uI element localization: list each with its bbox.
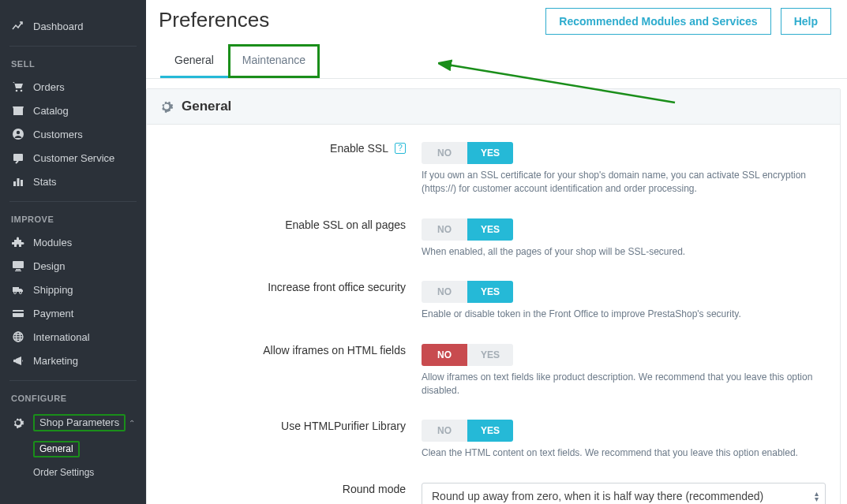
toggle-no[interactable]: NO	[422, 281, 467, 303]
sidebar-item-stats[interactable]: Stats	[0, 170, 146, 193]
tabs: General Maintenance	[146, 44, 847, 79]
svg-rect-16	[13, 312, 24, 313]
sidebar-item-customer-service[interactable]: Customer Service	[0, 146, 146, 170]
row-front-security: Increase front office security NO YES En…	[161, 281, 826, 321]
person-icon	[11, 127, 25, 141]
toggle-yes[interactable]: YES	[467, 420, 513, 442]
svg-rect-2	[13, 109, 23, 115]
svg-point-14	[20, 292, 22, 294]
toggle-no[interactable]: NO	[422, 218, 467, 241]
sidebar-item-customers[interactable]: Customers	[0, 122, 146, 146]
sidebar-item-label: Modules	[33, 237, 72, 248]
globe-icon	[11, 330, 25, 344]
toggle-no[interactable]: NO	[422, 420, 467, 442]
toggle-ssl-all[interactable]: NO YES	[422, 218, 513, 241]
sidebar-item-international[interactable]: International	[0, 325, 146, 349]
tab-maintenance[interactable]: Maintenance	[228, 44, 320, 78]
sidebar-section-sell: SELL	[0, 54, 146, 75]
chat-icon	[11, 151, 25, 165]
trend-icon	[11, 19, 25, 33]
megaphone-icon	[11, 353, 25, 368]
topbar: Preferences Recommended Modules and Serv…	[146, 0, 847, 35]
toggle-yes[interactable]: YES	[467, 218, 513, 241]
sidebar-section-configure: CONFIGURE	[0, 389, 146, 409]
field-label: Allow iframes on HTML fields	[161, 344, 422, 357]
sidebar-item-shop-parameters[interactable]: Shop Parameters ⌃	[0, 409, 146, 436]
svg-point-4	[17, 131, 20, 134]
svg-point-1	[21, 90, 23, 92]
panel-general: General Enable SSL? NO YES If you own an…	[146, 88, 841, 504]
puzzle-icon	[11, 235, 25, 249]
toggle-yes[interactable]: YES	[467, 142, 513, 164]
panel-title: General	[182, 99, 231, 114]
panel-body: Enable SSL? NO YES If you own an SSL cer…	[147, 125, 840, 504]
sidebar-item-orders[interactable]: Orders	[0, 75, 146, 99]
sidebar-item-dashboard[interactable]: Dashboard	[0, 14, 146, 38]
sidebar-item-label: Dashboard	[33, 21, 84, 32]
svg-point-13	[14, 292, 17, 294]
sidebar-item-label: Payment	[33, 308, 73, 319]
help-button[interactable]: Help	[781, 8, 831, 35]
sidebar-subitem-order-settings[interactable]: Order Settings	[27, 462, 146, 483]
sidebar-item-label: Catalog	[33, 105, 69, 117]
toggle-enable-ssl[interactable]: NO YES	[422, 142, 513, 164]
sidebar-item-shipping[interactable]: Shipping	[0, 278, 146, 301]
toggle-yes[interactable]: YES	[467, 281, 513, 303]
row-round-mode: Round mode Round up away from zero, when…	[161, 483, 826, 504]
svg-rect-15	[13, 310, 24, 317]
svg-rect-7	[17, 178, 20, 186]
sidebar-item-label: Customer Service	[33, 152, 114, 164]
tab-general[interactable]: General	[160, 44, 228, 78]
sidebar-item-label: Customers	[33, 129, 83, 140]
toggle-no[interactable]: NO	[422, 142, 467, 164]
sidebar-item-marketing[interactable]: Marketing	[0, 349, 146, 372]
sidebar-item-label: International	[33, 331, 90, 343]
sidebar-item-modules[interactable]: Modules	[0, 230, 146, 254]
sidebar-item-label: Orders	[33, 81, 65, 93]
divider	[9, 201, 137, 202]
sidebar-item-label: Shop Parameters	[33, 414, 126, 431]
svg-rect-8	[21, 180, 23, 186]
toggle-iframes[interactable]: NO YES	[422, 344, 513, 366]
field-label: Use HTMLPurifier Library	[161, 420, 422, 432]
recommended-button[interactable]: Recommended Modules and Services	[545, 8, 770, 35]
monitor-icon	[11, 259, 25, 273]
sidebar-subitem-general[interactable]: General	[27, 436, 146, 462]
page-title: Preferences	[159, 8, 269, 32]
row-ssl-all-pages: Enable SSL on all pages NO YES When enab…	[161, 218, 826, 259]
row-allow-iframes: Allow iframes on HTML fields NO YES Allo…	[161, 344, 826, 398]
help-text: Enable or disable token in the Front Off…	[422, 308, 826, 321]
sidebar-item-catalog[interactable]: Catalog	[0, 99, 146, 122]
field-label: Increase front office security	[161, 281, 422, 293]
divider	[9, 380, 137, 381]
field-label: Round mode	[161, 483, 422, 495]
sidebar-section-improve: IMPROVE	[0, 210, 146, 230]
row-htmlpurifier: Use HTMLPurifier Library NO YES Clean th…	[161, 420, 826, 460]
help-text: When enabled, all the pages of your shop…	[422, 245, 826, 259]
sidebar-item-label: Stats	[33, 176, 57, 188]
select-round-mode[interactable]: Round up away from zero, when it is half…	[422, 483, 826, 504]
svg-rect-5	[13, 154, 23, 161]
sidebar-item-label: Shipping	[33, 284, 73, 296]
svg-rect-9	[13, 261, 24, 268]
gear-icon	[11, 416, 25, 430]
card-icon	[11, 306, 25, 320]
sidebar-item-design[interactable]: Design	[0, 254, 146, 278]
svg-rect-12	[13, 287, 19, 292]
store-icon	[11, 103, 25, 118]
sidebar-item-payment[interactable]: Payment	[0, 301, 146, 325]
svg-rect-6	[13, 181, 16, 186]
toggle-yes[interactable]: YES	[467, 344, 513, 366]
toggle-purifier[interactable]: NO YES	[422, 420, 513, 442]
row-enable-ssl: Enable SSL? NO YES If you own an SSL cer…	[161, 142, 826, 196]
top-actions: Recommended Modules and Services Help	[545, 8, 831, 35]
toggle-no[interactable]: NO	[422, 344, 467, 366]
sidebar: Dashboard SELL Orders Catalog Customers …	[0, 0, 146, 504]
sidebar-subitems: General Order Settings	[0, 436, 146, 483]
divider	[9, 46, 137, 47]
toggle-front-security[interactable]: NO YES	[422, 281, 513, 303]
select-value: Round up away from zero, when it is half…	[432, 490, 763, 502]
svg-rect-10	[16, 269, 21, 271]
help-icon[interactable]: ?	[395, 143, 406, 154]
truck-icon	[11, 282, 25, 297]
